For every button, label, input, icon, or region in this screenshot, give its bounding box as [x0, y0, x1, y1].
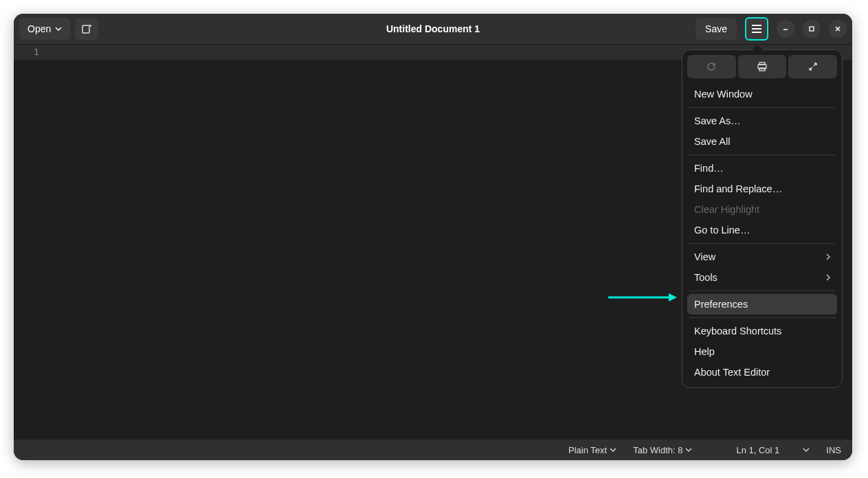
language-selector[interactable]: Plain Text: [568, 445, 616, 455]
maximize-button[interactable]: [803, 20, 821, 38]
menu-preferences[interactable]: Preferences: [687, 294, 837, 315]
menu-help[interactable]: Help: [687, 341, 837, 362]
annotation-arrow: [608, 291, 677, 304]
chevron-down-icon: [610, 448, 616, 452]
svg-rect-4: [759, 68, 765, 71]
print-button[interactable]: [738, 55, 787, 78]
menu-separator: [689, 243, 836, 244]
svg-marker-6: [669, 293, 677, 301]
reload-button: [687, 55, 736, 78]
menu-save-as[interactable]: Save As…: [687, 111, 837, 131]
position-label: Ln 1, Col 1: [736, 445, 779, 455]
menu-new-window[interactable]: New Window: [687, 84, 837, 104]
open-label: Open: [27, 23, 51, 34]
new-tab-icon: [81, 23, 92, 34]
menu-separator: [689, 291, 836, 291]
cursor-position[interactable]: Ln 1, Col 1: [736, 445, 810, 455]
editor-window: Open Untitled Document 1 Save: [14, 14, 852, 460]
menu-separator: [689, 155, 836, 155]
menu-tools[interactable]: Tools: [687, 267, 837, 288]
open-button[interactable]: Open: [19, 18, 70, 40]
hamburger-menu-button[interactable]: [745, 17, 768, 41]
save-button[interactable]: Save: [695, 18, 737, 40]
menu-find-replace[interactable]: Find and Replace…: [687, 179, 837, 199]
fullscreen-icon: [808, 61, 819, 72]
minimize-button[interactable]: [777, 20, 794, 38]
print-icon: [757, 61, 768, 72]
close-icon: [834, 25, 841, 32]
menu-keyboard-shortcuts[interactable]: Keyboard Shortcuts: [687, 321, 837, 341]
window-controls: [777, 20, 847, 38]
hamburger-menu-popup: New Window Save As… Save All Find… Find …: [682, 49, 843, 388]
statusbar: Plain Text Tab Width: 8 Ln 1, Col 1 INS: [14, 440, 852, 460]
svg-rect-1: [810, 27, 814, 31]
chevron-right-icon: [826, 253, 830, 260]
menu-save-all[interactable]: Save All: [687, 131, 837, 152]
new-tab-button[interactable]: [75, 18, 98, 40]
insert-mode: INS: [826, 445, 841, 455]
chevron-right-icon: [826, 274, 830, 281]
maximize-icon: [808, 25, 815, 32]
reload-icon: [706, 61, 717, 72]
line-number: 1: [34, 47, 39, 57]
menu-view-label: View: [694, 251, 715, 262]
tab-width-selector[interactable]: Tab Width: 8: [633, 445, 692, 455]
hamburger-icon: [751, 24, 762, 34]
menu-separator: [689, 317, 836, 318]
menu-clear-highlight: Clear Highlight: [687, 199, 837, 220]
menu-tools-label: Tools: [694, 272, 717, 283]
close-button[interactable]: [829, 20, 847, 38]
popup-arrow: [752, 45, 763, 50]
window-title: Untitled Document 1: [386, 23, 480, 34]
minimize-icon: [782, 25, 789, 32]
svg-rect-0: [82, 25, 89, 33]
language-label: Plain Text: [568, 445, 607, 455]
titlebar: Open Untitled Document 1 Save: [14, 14, 852, 45]
chevron-down-icon: [55, 27, 62, 31]
menu-go-to-line[interactable]: Go to Line…: [687, 220, 837, 240]
menu-view[interactable]: View: [687, 247, 837, 267]
menu-icon-row: [687, 55, 837, 78]
menu-separator: [689, 107, 836, 108]
right-controls: Save: [695, 17, 847, 41]
tab-width-label: Tab Width: 8: [633, 445, 682, 455]
chevron-down-icon: [685, 448, 692, 452]
menu-find[interactable]: Find…: [687, 158, 837, 179]
fullscreen-button[interactable]: [788, 55, 837, 78]
chevron-down-icon: [803, 448, 810, 452]
menu-about[interactable]: About Text Editor: [687, 362, 837, 383]
